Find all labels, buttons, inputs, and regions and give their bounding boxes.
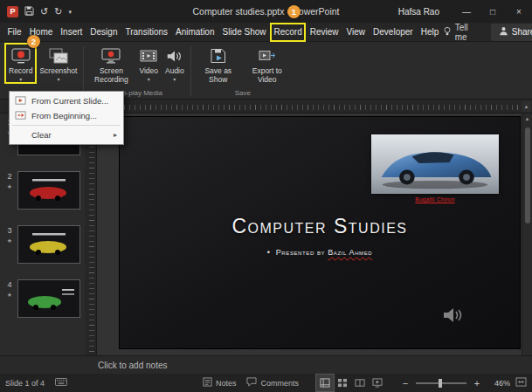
tab-help[interactable]: Help (417, 23, 443, 42)
notes-placeholder: Click to add notes (98, 361, 168, 370)
tab-review[interactable]: Review (306, 23, 342, 42)
slide-1-editing-surface[interactable]: Bugatti Chiron Computer Studies • Presen… (120, 117, 520, 348)
zoom-controls: − + 46% (400, 377, 527, 389)
tab-developer[interactable]: Developer (370, 23, 418, 42)
slide-thumbnail-image[interactable] (17, 279, 80, 318)
video-label: Video (139, 67, 158, 76)
fit-to-window-button[interactable] (515, 377, 527, 389)
slide-thumbnail-3[interactable]: 3 ★ (2, 225, 82, 264)
slide-number: 3 (7, 226, 11, 235)
tab-slide-show[interactable]: Slide Show (218, 23, 270, 42)
notes-pane[interactable]: Click to add notes (0, 355, 532, 374)
zoom-slider[interactable] (416, 382, 466, 384)
tab-file[interactable]: File (3, 23, 25, 42)
subtitle-name: Bazil Ahmed (328, 248, 372, 257)
slide-sorter-view-button[interactable] (334, 375, 351, 391)
menu-item-label: Clear (31, 130, 52, 140)
export-to-video-button[interactable]: Export to Video (243, 44, 292, 86)
slide-canvas: Bugatti Chiron Computer Studies • Presen… (97, 113, 532, 355)
menu-item-label: From Beginning... (31, 111, 97, 120)
slide-title-text[interactable]: Computer Studies (120, 215, 520, 238)
user-name[interactable]: Hafsa Rao (398, 7, 439, 17)
screen-recording-button[interactable]: Screen Recording (86, 44, 135, 86)
slide-subtitle-text[interactable]: • Presented by Bazil Ahmed (120, 248, 520, 257)
tab-record[interactable]: Record (270, 23, 306, 42)
submenu-arrow-icon: ▸ (114, 131, 117, 139)
main-content: 1 ★ 2 ★ 3 ★ (0, 113, 532, 355)
undo-icon[interactable]: ↺ (40, 7, 48, 17)
normal-view-button[interactable] (316, 375, 334, 391)
keyboard-icon[interactable] (55, 378, 67, 388)
screenshot-chevron-icon: ▾ (57, 77, 59, 82)
ribbon-separator (190, 46, 191, 96)
tell-me-label: Tell me (455, 23, 468, 42)
titlebar-right: Hafsa Rao — □ × (398, 0, 532, 23)
close-button[interactable]: × (506, 0, 532, 23)
customize-qat-icon[interactable]: ▾ (68, 9, 72, 15)
zoom-in-button[interactable]: + (472, 378, 482, 389)
save-icon[interactable] (24, 6, 34, 17)
ribbon-tab-bar: File Home Insert Design Transitions Anim… (0, 23, 532, 42)
audio-icon (167, 46, 183, 65)
tab-design[interactable]: Design (86, 23, 121, 42)
notes-toggle-button[interactable]: Notes (197, 374, 242, 392)
comments-toggle-label: Comments (260, 379, 299, 388)
screenshot-icon (49, 46, 68, 65)
share-button[interactable]: Share (491, 24, 532, 41)
slideshow-view-button[interactable] (369, 375, 386, 391)
zoom-out-button[interactable]: − (400, 378, 411, 389)
screen-recording-label: Screen Recording (90, 67, 132, 85)
scroll-up-icon[interactable]: ▲ (522, 101, 531, 112)
screenshot-button[interactable]: Screenshot ▾ (36, 44, 80, 83)
record-button[interactable]: Record ▾ (5, 44, 36, 83)
save-as-show-icon (210, 46, 227, 65)
slide-number: 2 (7, 172, 11, 181)
slide-thumbnail-panel: 1 ★ 2 ★ 3 ★ (0, 113, 85, 355)
comments-toggle-button[interactable]: Comments (241, 374, 304, 392)
slide-thumbnail-4[interactable]: 4 ★ (2, 279, 82, 318)
menu-item-from-beginning[interactable]: From Beginning... (10, 108, 123, 123)
maximize-button[interactable]: □ (480, 0, 506, 23)
zoom-slider-thumb[interactable] (439, 379, 442, 388)
minimize-button[interactable]: — (453, 0, 480, 23)
slide-indicator: Slide 1 of 4 (5, 379, 45, 388)
tab-transitions[interactable]: Transitions (121, 23, 172, 42)
share-label: Share (512, 27, 532, 37)
tab-insert[interactable]: Insert (57, 23, 86, 42)
save-as-show-button[interactable]: Save as Show (194, 44, 243, 86)
audio-speaker-icon[interactable] (443, 306, 464, 327)
animation-star-icon: ★ (7, 237, 12, 244)
zoom-level[interactable]: 46% (487, 379, 510, 388)
slide-thumbnail-image[interactable] (17, 225, 80, 264)
slide-thumbnail-2[interactable]: 2 ★ (2, 171, 82, 210)
ribbon-separator (83, 46, 84, 96)
scroll-up-icon[interactable]: ▲ (522, 113, 532, 124)
vertical-scrollbar[interactable]: ▲ (522, 113, 532, 355)
slide-number: 4 (7, 280, 11, 289)
menubar-right: Tell me Share (443, 23, 532, 42)
scrollbar-thumb[interactable] (525, 127, 530, 224)
audio-label: Audio (165, 67, 184, 76)
view-buttons (316, 375, 386, 391)
save-as-show-label: Save as Show (197, 67, 239, 85)
menu-item-clear[interactable]: Clear ▸ (10, 127, 123, 142)
audio-button[interactable]: Audio ▾ (162, 44, 188, 83)
bugatti-car-image[interactable] (371, 134, 499, 194)
menu-item-from-current-slide[interactable]: From Current Slide... (10, 93, 123, 108)
slide-thumbnail-image[interactable] (17, 171, 80, 210)
tab-animation[interactable]: Animation (172, 23, 218, 42)
vertical-ruler (85, 113, 97, 355)
screenshot-label: Screenshot (39, 67, 77, 76)
animation-star-icon: ★ (7, 183, 12, 190)
bullet-glyph: • (267, 248, 271, 257)
tell-me[interactable]: Tell me (443, 23, 468, 42)
car-caption-text[interactable]: Bugatti Chiron (371, 196, 499, 203)
menu-separator (12, 125, 121, 126)
subtitle-prefix: Presented by (276, 248, 328, 257)
reading-view-button[interactable] (351, 375, 369, 391)
redo-icon[interactable]: ↻ (54, 7, 62, 17)
ruler-ticks (89, 117, 94, 352)
annotation-badge-2: 2 (27, 35, 40, 48)
video-button[interactable]: Video ▾ (135, 44, 162, 83)
tab-view[interactable]: View (342, 23, 370, 42)
